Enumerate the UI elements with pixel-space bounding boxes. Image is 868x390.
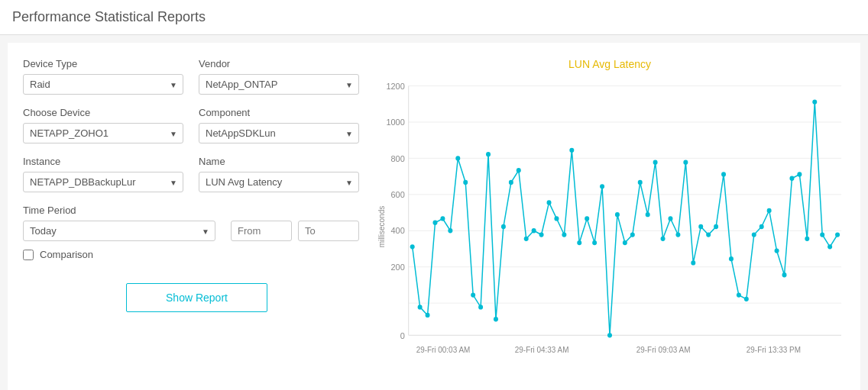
svg-point-76 xyxy=(835,232,840,237)
comparison-checkbox[interactable] xyxy=(23,250,34,260)
device-type-select[interactable]: Raid Switch Server xyxy=(23,74,183,95)
svg-point-67 xyxy=(767,208,772,213)
svg-point-29 xyxy=(478,305,483,309)
svg-point-61 xyxy=(721,172,726,176)
to-input[interactable] xyxy=(298,221,359,241)
svg-point-41 xyxy=(569,148,574,153)
row-instance-name: Instance NETAPP_DBBackupLur NETAPP_DBBac… xyxy=(23,156,359,192)
vendor-label: Vendor xyxy=(199,58,359,69)
svg-point-60 xyxy=(714,224,718,229)
choose-device-group: Choose Device NETAPP_ZOHO1 NETAPP_ZOHO2 xyxy=(23,107,183,143)
component-label: Component xyxy=(199,107,359,118)
show-report-button[interactable]: Show Report xyxy=(126,283,267,312)
from-to-group xyxy=(231,221,359,241)
device-type-label: Device Type xyxy=(23,58,183,69)
svg-point-44 xyxy=(592,240,597,245)
instance-select[interactable]: NETAPP_DBBackupLur NETAPP_DBBackupVol xyxy=(23,172,183,192)
svg-point-55 xyxy=(675,232,680,237)
component-group: Component NetAppSDKLun NetAppSDKVol xyxy=(199,107,359,143)
from-input[interactable] xyxy=(231,221,292,241)
svg-point-66 xyxy=(760,224,764,229)
svg-point-49 xyxy=(630,232,635,237)
instance-select-wrapper: NETAPP_DBBackupLur NETAPP_DBBackupVol xyxy=(23,172,183,192)
name-select-wrapper: LUN Avg Latency LUN Throughput xyxy=(199,172,359,192)
svg-point-47 xyxy=(615,212,620,217)
chart-container: milliseconds 1200 1000 800 600 400 xyxy=(374,78,845,375)
svg-point-24 xyxy=(440,216,445,221)
svg-point-33 xyxy=(509,180,513,185)
svg-point-51 xyxy=(646,212,650,217)
comparison-row: Comparison xyxy=(23,249,359,260)
svg-point-65 xyxy=(752,232,756,237)
svg-text:29-Fri 09:03 AM: 29-Fri 09:03 AM xyxy=(636,346,691,354)
svg-point-20 xyxy=(410,244,415,249)
line-chart: 1200 1000 800 600 400 200 0 29-Fri 00:03… xyxy=(374,78,845,375)
component-select-wrapper: NetAppSDKLun NetAppSDKVol xyxy=(199,123,359,143)
svg-point-46 xyxy=(607,333,612,337)
time-period-group: Time Period Today Yesterday Last 7 Days … xyxy=(23,205,215,241)
instance-label: Instance xyxy=(23,156,183,167)
svg-text:200: 200 xyxy=(391,263,405,272)
name-group: Name LUN Avg Latency LUN Throughput xyxy=(199,156,359,192)
time-period-select[interactable]: Today Yesterday Last 7 Days Custom xyxy=(23,221,215,241)
svg-point-42 xyxy=(577,240,581,245)
svg-text:400: 400 xyxy=(391,226,405,235)
row-time-period: Time Period Today Yesterday Last 7 Days … xyxy=(23,205,359,241)
svg-text:29-Fri 04:33 AM: 29-Fri 04:33 AM xyxy=(515,346,569,354)
svg-point-22 xyxy=(426,313,430,317)
choose-device-select-wrapper: NETAPP_ZOHO1 NETAPP_ZOHO2 xyxy=(23,123,183,143)
name-label: Name xyxy=(199,156,359,167)
svg-text:0: 0 xyxy=(400,330,405,340)
svg-point-27 xyxy=(463,180,468,185)
svg-point-34 xyxy=(517,168,521,172)
svg-text:600: 600 xyxy=(391,190,405,199)
svg-point-75 xyxy=(828,244,832,249)
svg-point-63 xyxy=(737,292,741,297)
svg-point-58 xyxy=(698,224,703,229)
page-title: Performance Statistical Reports xyxy=(12,9,856,25)
comparison-label: Comparison xyxy=(40,249,93,260)
svg-point-35 xyxy=(524,237,529,241)
page-header: Performance Statistical Reports xyxy=(0,0,868,35)
svg-point-45 xyxy=(600,184,604,189)
svg-point-36 xyxy=(532,228,536,233)
svg-point-69 xyxy=(782,272,787,277)
svg-point-54 xyxy=(669,216,673,221)
svg-text:29-Fri 13:33 PM: 29-Fri 13:33 PM xyxy=(747,346,801,354)
svg-point-21 xyxy=(418,305,423,309)
main-content: Device Type Raid Switch Server Vendor Ne… xyxy=(8,43,860,390)
svg-point-70 xyxy=(789,176,794,181)
svg-text:800: 800 xyxy=(391,153,405,163)
svg-point-43 xyxy=(585,216,589,221)
y-axis-label: milliseconds xyxy=(377,206,386,247)
svg-point-39 xyxy=(554,216,559,221)
svg-point-26 xyxy=(455,156,460,160)
name-select[interactable]: LUN Avg Latency LUN Throughput xyxy=(199,172,359,192)
svg-point-50 xyxy=(638,180,643,185)
svg-text:1200: 1200 xyxy=(386,81,404,90)
device-type-group: Device Type Raid Switch Server xyxy=(23,58,183,95)
form-panel: Device Type Raid Switch Server Vendor Ne… xyxy=(23,58,359,375)
svg-point-48 xyxy=(623,240,627,245)
component-select[interactable]: NetAppSDKLun NetAppSDKVol xyxy=(199,123,359,143)
row-device-vendor: Device Type Raid Switch Server Vendor Ne… xyxy=(23,58,359,95)
vendor-select-wrapper: NetApp_ONTAP Dell HP xyxy=(199,74,359,95)
svg-point-32 xyxy=(501,224,506,229)
svg-point-68 xyxy=(775,248,779,253)
chart-title: LUN Avg Latency xyxy=(374,58,845,70)
svg-point-57 xyxy=(691,260,695,265)
choose-device-label: Choose Device xyxy=(23,107,183,118)
time-period-select-wrapper: Today Yesterday Last 7 Days Custom xyxy=(23,221,215,241)
svg-point-30 xyxy=(486,152,491,156)
svg-point-52 xyxy=(653,160,658,165)
svg-point-62 xyxy=(729,256,734,261)
svg-point-37 xyxy=(539,232,544,237)
vendor-select[interactable]: NetApp_ONTAP Dell HP xyxy=(199,74,359,95)
vendor-group: Vendor NetApp_ONTAP Dell HP xyxy=(199,58,359,95)
svg-point-74 xyxy=(820,232,824,237)
time-period-label: Time Period xyxy=(23,205,215,216)
chart-panel: LUN Avg Latency milliseconds 1200 1000 8… xyxy=(374,58,845,375)
choose-device-select[interactable]: NETAPP_ZOHO1 NETAPP_ZOHO2 xyxy=(23,123,183,143)
svg-point-71 xyxy=(797,172,802,176)
svg-point-23 xyxy=(433,221,438,225)
